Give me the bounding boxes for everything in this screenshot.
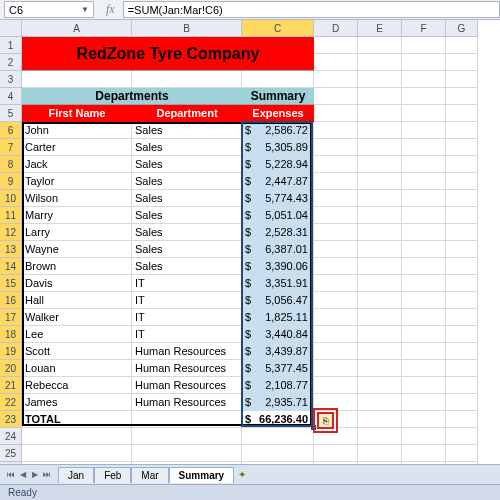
- cell[interactable]: Carter: [22, 139, 132, 156]
- cell[interactable]: $3,439.87: [242, 343, 314, 360]
- row-header-13[interactable]: 13: [0, 241, 22, 258]
- cell[interactable]: [402, 207, 446, 224]
- cell[interactable]: [314, 428, 358, 445]
- cell[interactable]: [446, 71, 478, 88]
- cell[interactable]: [132, 411, 242, 428]
- cell[interactable]: $3,390.06: [242, 258, 314, 275]
- cell[interactable]: [314, 241, 358, 258]
- cell[interactable]: [242, 428, 314, 445]
- cell[interactable]: [446, 445, 478, 462]
- cell[interactable]: [358, 258, 402, 275]
- row-header-15[interactable]: 15: [0, 275, 22, 292]
- row-header-4[interactable]: 4: [0, 88, 22, 105]
- cell[interactable]: [132, 445, 242, 462]
- cell[interactable]: Hall: [22, 292, 132, 309]
- row-header-11[interactable]: 11: [0, 207, 22, 224]
- cell[interactable]: [314, 343, 358, 360]
- cell[interactable]: Louan: [22, 360, 132, 377]
- row-header-23[interactable]: 23: [0, 411, 22, 428]
- tab-nav-buttons[interactable]: ⏮ ◀ ▶ ⏭: [6, 470, 52, 479]
- cell[interactable]: $5,051.04: [242, 207, 314, 224]
- tab-last-icon[interactable]: ⏭: [42, 470, 52, 479]
- sheet-tab-jan[interactable]: Jan: [58, 467, 94, 483]
- new-sheet-icon[interactable]: ✦: [234, 469, 250, 480]
- cell[interactable]: [402, 394, 446, 411]
- cell[interactable]: [358, 105, 402, 122]
- cell[interactable]: [402, 122, 446, 139]
- cell[interactable]: $3,440.84: [242, 326, 314, 343]
- col-header-b[interactable]: B: [132, 20, 242, 37]
- cell[interactable]: [446, 292, 478, 309]
- cell[interactable]: [314, 37, 358, 54]
- cell[interactable]: $6,387.01: [242, 241, 314, 258]
- cell[interactable]: [314, 122, 358, 139]
- cell[interactable]: IT: [132, 326, 242, 343]
- cell[interactable]: [358, 241, 402, 258]
- row-header-7[interactable]: 7: [0, 139, 22, 156]
- cell[interactable]: [242, 445, 314, 462]
- cell[interactable]: $5,056.47: [242, 292, 314, 309]
- cell[interactable]: [314, 156, 358, 173]
- cell[interactable]: [402, 275, 446, 292]
- row-header-14[interactable]: 14: [0, 258, 22, 275]
- cell[interactable]: [446, 88, 478, 105]
- cell[interactable]: $3,351.91: [242, 275, 314, 292]
- cell[interactable]: [446, 190, 478, 207]
- cell[interactable]: Sales: [132, 156, 242, 173]
- cell[interactable]: [446, 360, 478, 377]
- formula-bar[interactable]: =SUM(Jan:Mar!C6): [123, 1, 500, 18]
- cell[interactable]: $66,236.40: [242, 411, 314, 428]
- cell[interactable]: [402, 445, 446, 462]
- cell[interactable]: [314, 105, 358, 122]
- cell[interactable]: [402, 241, 446, 258]
- row-header-12[interactable]: 12: [0, 224, 22, 241]
- tab-first-icon[interactable]: ⏮: [6, 470, 16, 479]
- row-header-19[interactable]: 19: [0, 343, 22, 360]
- cell[interactable]: [314, 360, 358, 377]
- cell[interactable]: Sales: [132, 139, 242, 156]
- fx-icon[interactable]: fx: [106, 2, 115, 17]
- row-header-20[interactable]: 20: [0, 360, 22, 377]
- cell[interactable]: [358, 71, 402, 88]
- cell[interactable]: [446, 139, 478, 156]
- cell[interactable]: Sales: [132, 190, 242, 207]
- cell[interactable]: [358, 190, 402, 207]
- cell[interactable]: [358, 224, 402, 241]
- cell[interactable]: [358, 394, 402, 411]
- cell[interactable]: [402, 37, 446, 54]
- cell[interactable]: Wayne: [22, 241, 132, 258]
- cell[interactable]: $5,377.45: [242, 360, 314, 377]
- tab-next-icon[interactable]: ▶: [30, 470, 40, 479]
- cell[interactable]: [132, 428, 242, 445]
- cell[interactable]: Wilson: [22, 190, 132, 207]
- cell[interactable]: [358, 360, 402, 377]
- cell[interactable]: Human Resources: [132, 377, 242, 394]
- cell[interactable]: IT: [132, 275, 242, 292]
- col-header-c[interactable]: C: [242, 20, 314, 37]
- cell[interactable]: [314, 292, 358, 309]
- cell[interactable]: $2,935.71: [242, 394, 314, 411]
- cell[interactable]: [358, 122, 402, 139]
- cell[interactable]: [446, 377, 478, 394]
- cell[interactable]: Sales: [132, 122, 242, 139]
- cell[interactable]: $2,447.87: [242, 173, 314, 190]
- cell[interactable]: [402, 190, 446, 207]
- cell[interactable]: [314, 190, 358, 207]
- row-header-8[interactable]: 8: [0, 156, 22, 173]
- row-header-1[interactable]: 1: [0, 37, 22, 54]
- cell[interactable]: [446, 37, 478, 54]
- cell[interactable]: John: [22, 122, 132, 139]
- col-header-a[interactable]: A: [22, 20, 132, 37]
- cell[interactable]: Sales: [132, 258, 242, 275]
- cell[interactable]: [314, 224, 358, 241]
- cell[interactable]: [358, 54, 402, 71]
- cell[interactable]: [446, 105, 478, 122]
- cell[interactable]: [242, 71, 314, 88]
- cell[interactable]: [402, 88, 446, 105]
- cell[interactable]: [314, 139, 358, 156]
- cell[interactable]: $5,228.94: [242, 156, 314, 173]
- cell[interactable]: $5,774.43: [242, 190, 314, 207]
- cell[interactable]: [446, 54, 478, 71]
- cell[interactable]: [446, 258, 478, 275]
- row-header-2[interactable]: 2: [0, 54, 22, 71]
